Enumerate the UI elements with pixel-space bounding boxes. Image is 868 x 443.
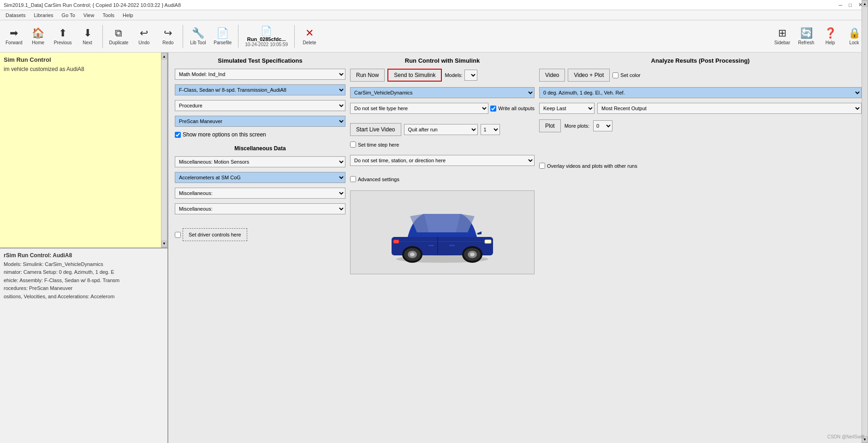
refresh-button[interactable]: 🔄 Refresh xyxy=(795,23,817,50)
misc2-row: Miscellaneous: xyxy=(175,188,345,199)
undo-icon: ↩ xyxy=(140,27,148,39)
sidebar-button[interactable]: ⊞ Sidebar xyxy=(771,23,793,50)
redo-button[interactable]: ↪ Redo xyxy=(157,23,179,50)
time-station-row: Do not set time, station, or direction h… xyxy=(350,155,535,166)
keep-last-select[interactable]: Keep Last xyxy=(539,103,595,114)
video-button[interactable]: Video xyxy=(539,69,565,82)
left-panel-bottom: rSim Run Control: AudiA8 Models: Simulin… xyxy=(0,248,167,443)
scroll-up-button[interactable]: ▲ xyxy=(161,53,167,59)
advanced-settings-row: Advanced settings xyxy=(350,176,535,182)
menu-tools[interactable]: Tools xyxy=(99,12,118,19)
models-select[interactable]: ▼ xyxy=(464,70,477,81)
left-top-scrollbar[interactable]: ▲ ▼ xyxy=(161,53,167,248)
minimize-button[interactable]: ─ xyxy=(837,2,844,8)
quit-after-run-number[interactable]: 1 xyxy=(481,124,500,135)
help-button[interactable]: ❓ Help xyxy=(819,23,841,50)
delete-button[interactable]: ✕ Delete xyxy=(298,23,321,50)
lib-tool-button[interactable]: 🔧 Lib Tool xyxy=(187,23,209,50)
current-file-button[interactable]: 📄 Run_0285cfdc... 10-24-2022 10:05:59 xyxy=(242,23,291,50)
home-button[interactable]: 🏠 Home xyxy=(27,23,49,50)
vehicle-select[interactable]: F-Class, Sedan w/ 8-spd. Transmission_Au… xyxy=(175,84,345,95)
most-recent-select[interactable]: Most Recent Output xyxy=(597,103,862,114)
quit-after-run-select[interactable]: Quit after run xyxy=(404,124,478,135)
math-model-select[interactable]: Math Model: Ind_Ind xyxy=(175,69,345,80)
misc-data-title: Miscellaneous Data xyxy=(175,145,345,152)
time-station-select[interactable]: Do not set time, station, or direction h… xyxy=(350,155,535,166)
run-now-button[interactable]: Run Now xyxy=(350,69,385,82)
toolbar-sep-3 xyxy=(238,25,238,48)
left-bottom-procedures: rocedures: PreScan Maneuver xyxy=(4,284,164,293)
car-image-area xyxy=(350,190,535,274)
write-outputs-checkbox[interactable] xyxy=(490,106,496,112)
show-more-label: Show more options on this screen xyxy=(183,131,266,138)
misc3-row: Miscellaneous: xyxy=(175,203,345,214)
left-panel-sim-title: Sim Run Control xyxy=(4,56,164,63)
overlay-checkbox[interactable] xyxy=(539,163,545,169)
svg-rect-10 xyxy=(485,240,491,243)
more-plots-label: More plots: xyxy=(565,123,589,129)
analyze-results-title: Analyze Results (Post Processing) xyxy=(539,57,862,64)
azimuth-select[interactable]: 0 deg. Azimuth, 1 deg. El., Veh. Ref. xyxy=(539,87,862,98)
scroll-down-button[interactable]: ▼ xyxy=(161,241,167,247)
maximize-button[interactable]: □ xyxy=(847,2,854,8)
sidebar-icon: ⊞ xyxy=(778,27,786,39)
live-video-row: Start Live Video Quit after run 1 xyxy=(350,123,535,136)
parsefile-button[interactable]: 📄 Parsefile xyxy=(211,23,234,50)
forward-button[interactable]: ➡ Forward xyxy=(3,23,25,50)
next-icon: ⬇ xyxy=(83,27,92,39)
set-driver-row: Set driver controls here xyxy=(175,228,345,241)
menu-help[interactable]: Help xyxy=(119,12,137,19)
undo-button[interactable]: ↩ Undo xyxy=(133,23,155,50)
misc3-select[interactable]: Miscellaneous: xyxy=(175,203,345,214)
carsim-vd-select[interactable]: CarSim_VehicleDynamics xyxy=(350,87,535,98)
menu-datasets[interactable]: Datasets xyxy=(2,12,29,19)
overlay-row: Overlay videos and plots with other runs xyxy=(539,163,862,169)
show-more-checkbox[interactable] xyxy=(175,132,181,138)
procedure-select[interactable]: Procedure xyxy=(175,100,345,111)
set-color-checkbox[interactable] xyxy=(612,72,618,78)
toolbar: ➡ Forward 🏠 Home ⬆ Previous ⬇ Next ⧉ Dup… xyxy=(0,20,868,53)
svg-point-9 xyxy=(470,253,475,256)
svg-rect-13 xyxy=(449,245,455,246)
write-outputs-row: Write all outputs xyxy=(490,106,535,112)
misc1-select[interactable]: Miscellaneous: Motion Sensors xyxy=(175,156,345,167)
previous-icon: ⬆ xyxy=(59,27,67,39)
misc1-value-select[interactable]: Accelerometers at SM CoG xyxy=(175,172,345,183)
video-plus-plot-button[interactable]: Video + Plot xyxy=(568,69,610,82)
set-driver-button[interactable]: Set driver controls here xyxy=(183,228,247,241)
forward-icon: ➡ xyxy=(10,27,18,39)
sections-row: Simulated Test Specifications Math Model… xyxy=(175,57,862,274)
lock-icon: 🔒 xyxy=(848,27,861,39)
send-to-simulink-button[interactable]: Send to Simulink xyxy=(387,69,442,82)
toolbar-sep-4 xyxy=(294,25,295,48)
plot-button[interactable]: Plot xyxy=(539,119,561,132)
advanced-settings-checkbox[interactable] xyxy=(350,176,356,182)
start-live-video-button[interactable]: Start Live Video xyxy=(350,123,401,136)
misc1-value-row: Accelerometers at SM CoG xyxy=(175,172,345,183)
run-control-section: Run Control with Simulink Run Now Send t… xyxy=(350,57,535,274)
procedure-row: Procedure xyxy=(175,100,345,111)
azimuth-row: 0 deg. Azimuth, 1 deg. El., Veh. Ref. xyxy=(539,87,862,98)
menu-goto[interactable]: Go To xyxy=(58,12,79,19)
misc2-select[interactable]: Miscellaneous: xyxy=(175,188,345,199)
delete-icon: ✕ xyxy=(305,27,314,39)
set-color-label: Set color xyxy=(620,72,640,78)
duplicate-icon: ⧉ xyxy=(115,27,122,39)
menu-libraries[interactable]: Libraries xyxy=(30,12,57,19)
time-step-row: Set time step here xyxy=(350,142,535,148)
more-plots-select[interactable]: 0 xyxy=(593,120,612,131)
set-time-label: Set time step here xyxy=(358,142,399,148)
previous-button[interactable]: ⬆ Previous xyxy=(51,23,75,50)
car-svg xyxy=(382,200,502,265)
file-type-select[interactable]: Do not set file type here xyxy=(350,103,488,114)
menu-view[interactable]: View xyxy=(80,12,98,19)
set-driver-checkbox[interactable] xyxy=(175,232,181,238)
lib-tool-icon: 🔧 xyxy=(192,27,204,39)
vehicle-row: F-Class, Sedan w/ 8-spd. Transmission_Au… xyxy=(175,84,345,95)
run-control-title: Run Control with Simulink xyxy=(350,57,535,64)
duplicate-button[interactable]: ⧉ Duplicate xyxy=(107,23,131,50)
next-button[interactable]: ⬇ Next xyxy=(77,23,99,50)
parsefile-icon: 📄 xyxy=(216,27,229,39)
set-time-checkbox[interactable] xyxy=(350,142,356,148)
procedure-value-select[interactable]: PreScan Maneuver xyxy=(175,116,345,127)
